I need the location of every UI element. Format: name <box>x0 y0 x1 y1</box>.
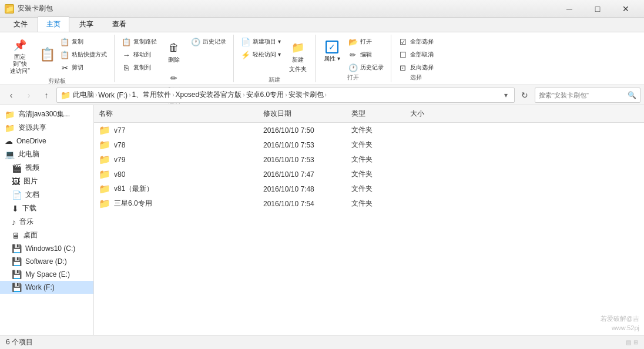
sidebar-item-onedrive-label: OneDrive <box>16 137 46 145</box>
breadcrumb-android6[interactable]: 安卓6.0专用 <box>246 90 284 100</box>
table-row[interactable]: 📁 v77 2016/10/10 7:50 文件夹 <box>94 123 644 137</box>
sidebar-item-share[interactable]: 📁 资源共享 <box>0 121 93 135</box>
onedrive-icon: ☁ <box>5 136 13 146</box>
breadcrumb-software[interactable]: 1、常用软件 <box>132 90 171 100</box>
copy-cut-col: 📋 复制 📋 粘贴快捷方式 ✂ 剪切 <box>58 36 109 73</box>
sidebar-item-thispc[interactable]: 💻 此电脑 <box>0 147 93 161</box>
copy-to-button[interactable]: ⎘ 复制到 <box>119 62 159 73</box>
paste-shortcut-button[interactable]: 📋 粘贴快捷方式 <box>58 49 109 61</box>
clipboard-label: 剪贴板 <box>48 77 66 86</box>
copy-icon: 📋 <box>60 37 69 46</box>
delete-button[interactable]: 🗑 删除 <box>162 38 186 66</box>
thispc-icon: 💻 <box>5 150 15 159</box>
easy-access-button[interactable]: ⚡ 轻松访问 ▾ <box>239 49 283 61</box>
table-row[interactable]: 📁 三星6.0专用 2016/10/10 7:54 文件夹 <box>94 196 644 211</box>
pin-to-quickaccess-button[interactable]: 📌 固定到"快 速访问" <box>5 36 35 77</box>
invert-icon: ⊡ <box>398 63 408 72</box>
video-icon: 🎬 <box>12 163 22 173</box>
open-button[interactable]: 📂 打开 <box>346 36 386 48</box>
history2-button[interactable]: 🕐 历史记录 <box>346 62 386 73</box>
sidebar-item-desktop[interactable]: 🖥 桌面 <box>0 229 93 242</box>
back-button[interactable]: ‹ <box>4 88 19 103</box>
refresh-button[interactable]: ↻ <box>517 88 532 103</box>
ribbon-group-clipboard: 📌 固定到"快 速访问" 📋 📋 复制 📋 <box>0 35 115 82</box>
sidebar: 📁 高清java300集... 📁 资源共享 ☁ OneDrive 💻 此电脑 … <box>0 105 94 335</box>
minimize-button[interactable]: ─ <box>556 0 583 18</box>
address-bar[interactable]: 📁 此电脑 › Work (F:) › 1、常用软件 › Xposed安装器官方… <box>56 88 515 103</box>
file-type-cell: 文件夹 <box>347 184 405 194</box>
invert-select-button[interactable]: ⊡ 反向选择 <box>396 62 436 73</box>
forward-button[interactable]: › <box>21 88 36 103</box>
properties-icon: ✓ <box>326 41 338 53</box>
file-rows-container: 📁 v77 2016/10/10 7:50 文件夹 📁 v78 2016/10/… <box>94 123 644 211</box>
sidebar-item-onedrive[interactable]: ☁ OneDrive <box>0 135 93 147</box>
document-icon: 📄 <box>12 190 22 200</box>
deselect-all-button[interactable]: ☐ 全部取消 <box>396 49 436 61</box>
breadcrumb-xposed[interactable]: Xposed安装器官方版 <box>176 90 242 100</box>
table-row[interactable]: 📁 v78 2016/10/10 7:53 文件夹 <box>94 137 644 152</box>
paste-icon: 📋 <box>40 47 54 62</box>
breadcrumb-thispc[interactable]: 此电脑 <box>73 90 94 100</box>
col-type-header[interactable]: 类型 <box>347 108 405 120</box>
sidebar-item-cdrive[interactable]: 💾 Windows10 (C:) <box>0 242 93 255</box>
new-folder-button[interactable]: 📁 新建 文件夹 <box>286 38 310 76</box>
address-dropdown-button[interactable]: ▾ <box>501 90 511 100</box>
new-item-icon: 📄 <box>241 37 250 46</box>
sidebar-item-download[interactable]: ⬇ 下载 <box>0 202 93 215</box>
fdrive-icon: 💾 <box>12 283 22 292</box>
sidebar-item-fdrive[interactable]: 💾 Work (F:) <box>0 281 93 294</box>
ribbon-group-open: ✓ 属性 ▾ 📂 打开 ✏ 编辑 🕐 历史记录 打开 <box>316 35 391 82</box>
sidebar-item-ddrive[interactable]: 💾 Software (D:) <box>0 255 93 268</box>
ribbon: 📌 固定到"快 速访问" 📋 📋 复制 📋 <box>0 32 644 85</box>
tab-share[interactable]: 共享 <box>71 16 102 32</box>
status-right: ▤ ⊞ <box>626 339 638 345</box>
sidebar-item-music[interactable]: ♪ 音乐 <box>0 215 93 229</box>
copy-path-button[interactable]: 📋 复制路径 <box>119 36 159 48</box>
open-col: 📂 打开 ✏ 编辑 🕐 历史记录 <box>346 36 386 73</box>
sidebar-item-document-label: 文档 <box>25 190 39 200</box>
breadcrumb-current[interactable]: 安装卡刷包 <box>289 90 324 100</box>
up-button[interactable]: ↑ <box>39 88 54 103</box>
title-bar-left: 📁 安装卡刷包 <box>5 4 53 14</box>
copy-button[interactable]: 📋 复制 <box>58 36 109 48</box>
file-date-cell: 2016/10/10 7:48 <box>259 185 347 193</box>
file-type-cell: 文件夹 <box>347 140 405 150</box>
file-date-cell: 2016/10/10 7:47 <box>259 170 347 179</box>
table-row[interactable]: 📁 v81（最新） 2016/10/10 7:48 文件夹 <box>94 182 644 196</box>
paste-button[interactable]: 📋 <box>38 36 56 73</box>
sidebar-item-video[interactable]: 🎬 视频 <box>0 161 93 174</box>
maximize-button[interactable]: □ <box>584 0 611 18</box>
sidebar-item-document[interactable]: 📄 文档 <box>0 188 93 202</box>
sidebar-item-thispc-label: 此电脑 <box>18 149 39 159</box>
tab-home[interactable]: 主页 <box>38 16 69 32</box>
edit-button[interactable]: ✏ 编辑 <box>346 49 386 61</box>
col-date-header[interactable]: 修改日期 <box>259 108 347 120</box>
col-name-header[interactable]: 名称 <box>94 108 259 120</box>
sidebar-item-picture[interactable]: 🖼 图片 <box>0 174 93 188</box>
cut-button[interactable]: ✂ 剪切 <box>58 62 109 73</box>
new-content: 📄 新建项目 ▾ ⚡ 轻松访问 ▾ 📁 新建 文件夹 <box>239 36 310 76</box>
select-all-button[interactable]: ☑ 全部选择 <box>396 36 436 48</box>
view-icon-grid[interactable]: ⊞ <box>633 339 638 345</box>
file-list-header: 名称 修改日期 类型 大小 <box>94 105 644 123</box>
breadcrumb-workf[interactable]: Work (F:) <box>98 91 128 99</box>
move-to-button[interactable]: → 移动到 <box>119 49 159 61</box>
history-button[interactable]: 🕐 历史记录 <box>189 36 229 48</box>
view-icon-list[interactable]: ▤ <box>626 339 631 345</box>
tab-file[interactable]: 文件 <box>5 16 36 32</box>
tab-view[interactable]: 查看 <box>103 16 135 32</box>
edrive-icon: 💾 <box>12 270 22 279</box>
search-input[interactable] <box>539 92 626 99</box>
file-name-cell: 📁 v80 <box>94 169 259 180</box>
sidebar-item-java[interactable]: 📁 高清java300集... <box>0 108 93 121</box>
search-box[interactable]: 🔍 <box>535 88 640 103</box>
sidebar-item-edrive[interactable]: 💾 My Space (E:) <box>0 268 93 281</box>
close-button[interactable]: ✕ <box>612 0 639 18</box>
properties-button[interactable]: ✓ 属性 ▾ <box>320 38 344 65</box>
table-row[interactable]: 📁 v79 2016/10/10 7:53 文件夹 <box>94 152 644 167</box>
table-row[interactable]: 📁 v80 2016/10/10 7:47 文件夹 <box>94 167 644 182</box>
file-name-cell: 📁 v77 <box>94 125 259 136</box>
new-item-button[interactable]: 📄 新建项目 ▾ <box>239 36 283 48</box>
open-icon: 📂 <box>348 37 358 46</box>
col-size-header[interactable]: 大小 <box>405 108 452 120</box>
